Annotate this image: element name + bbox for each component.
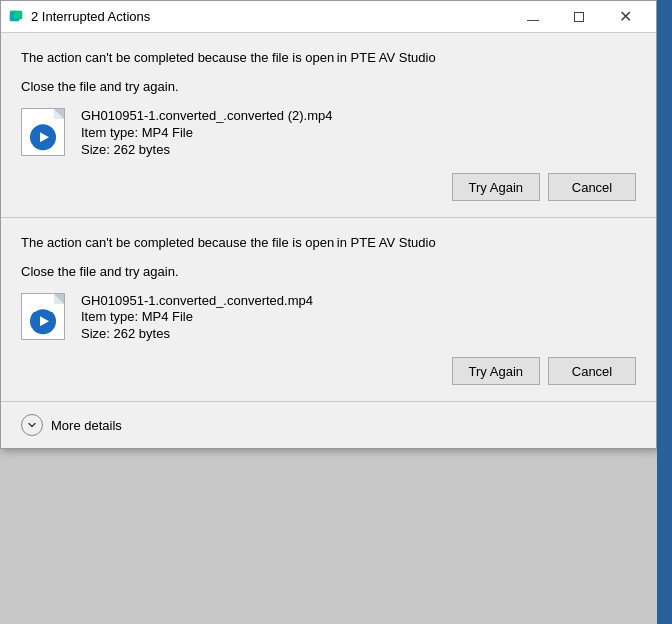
action-buttons-1: Try Again Cancel	[21, 173, 636, 201]
play-icon-2	[30, 310, 56, 335]
error-message-2: The action can't be completed because th…	[21, 234, 636, 252]
file-details-1: GH010951-1.converted_.converted (2).mp4 …	[81, 108, 332, 157]
edge-accent	[657, 0, 672, 624]
title-bar: 2 Interrupted Actions ✕	[1, 1, 656, 33]
file-name-2: GH010951-1.converted_.converted.mp4	[81, 293, 313, 308]
svg-rect-2	[10, 11, 15, 13]
dialog-body: The action can't be completed because th…	[1, 33, 656, 448]
file-icon-2	[21, 293, 69, 340]
action-section-2: The action can't be completed because th…	[1, 217, 656, 401]
error-message-1: The action can't be completed because th…	[21, 49, 636, 67]
file-info-row-2: GH010951-1.converted_.converted.mp4 Item…	[21, 293, 636, 341]
minimize-button[interactable]	[510, 1, 556, 33]
file-type-2: Item type: MP4 File	[81, 310, 313, 324]
window-controls: ✕	[510, 1, 648, 33]
cancel-button-2[interactable]: Cancel	[548, 357, 636, 385]
action-buttons-2: Try Again Cancel	[21, 357, 636, 385]
play-icon-1	[30, 124, 56, 150]
try-again-button-1[interactable]: Try Again	[452, 173, 540, 201]
cancel-button-1[interactable]: Cancel	[548, 173, 636, 201]
more-details-section[interactable]: More details	[1, 401, 656, 448]
window-icon	[9, 9, 25, 25]
file-size-1: Size: 262 bytes	[81, 142, 332, 157]
close-hint-1: Close the file and try again.	[21, 79, 636, 94]
maximize-button[interactable]	[556, 1, 602, 33]
close-button[interactable]: ✕	[602, 1, 648, 33]
file-name-1: GH010951-1.converted_.converted (2).mp4	[81, 108, 332, 123]
more-details-label[interactable]: More details	[51, 418, 122, 433]
file-info-row-1: GH010951-1.converted_.converted (2).mp4 …	[21, 108, 636, 157]
try-again-button-2[interactable]: Try Again	[452, 357, 540, 385]
file-type-1: Item type: MP4 File	[81, 125, 332, 140]
chevron-down-icon[interactable]	[21, 414, 43, 436]
window-title: 2 Interrupted Actions	[31, 9, 510, 24]
dialog-window: 2 Interrupted Actions ✕ The action can't…	[0, 0, 657, 449]
file-icon-1	[21, 108, 69, 156]
file-details-2: GH010951-1.converted_.converted.mp4 Item…	[81, 293, 313, 341]
close-hint-2: Close the file and try again.	[21, 264, 636, 279]
file-size-2: Size: 262 bytes	[81, 326, 313, 341]
action-section-1: The action can't be completed because th…	[1, 33, 656, 217]
